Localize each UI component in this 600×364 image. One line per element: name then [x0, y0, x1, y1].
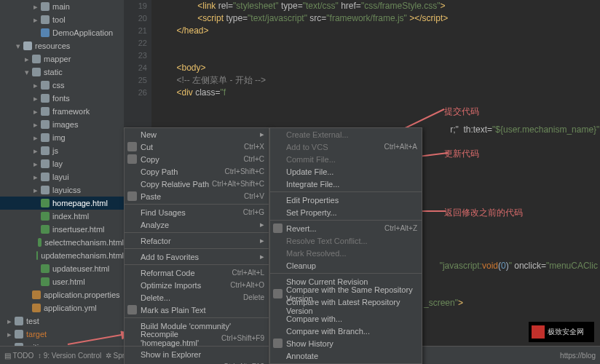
menu-item-optimize-imports[interactable]: Optimize ImportsCtrl+Alt+O	[125, 279, 269, 291]
paste-icon	[127, 191, 137, 201]
tree-item-updateuser-html[interactable]: updateuser.html	[0, 262, 124, 275]
tree-item-index-html[interactable]: index.html	[0, 210, 124, 223]
menu-item-copy-path[interactable]: Copy PathCtrl+Shift+C	[125, 165, 269, 178]
subversion-submenu[interactable]: Create External...Add to VCSCtrl+Alt+ACo…	[269, 127, 422, 364]
menu-item-copy[interactable]: CopyCtrl+C	[125, 153, 269, 165]
editor-gutter: 1920212223242526	[124, 0, 151, 127]
tree-item-mapper[interactable]: ▸mapper	[0, 52, 124, 66]
menu-item-cleanup[interactable]: Cleanup	[270, 259, 422, 272]
tree-item-application-yml[interactable]: application.yml	[0, 301, 124, 314]
menu-item-update-file-[interactable]: Update File...	[270, 165, 422, 178]
menu-item-recompile-homepage-html-[interactable]: Recompile 'homepage.html'Ctrl+Shift+F9	[125, 332, 269, 344]
tree-item-lay[interactable]: ▸lay	[0, 157, 124, 170]
menu-item-add-to-vcs: Add to VCSCtrl+Alt+A	[270, 141, 422, 153]
tree-item-css[interactable]: ▸css	[0, 79, 124, 92]
context-menu[interactable]: New▸CutCtrl+XCopyCtrl+CCopy PathCtrl+Shi…	[124, 127, 269, 364]
menu-item-cut[interactable]: CutCtrl+X	[125, 141, 269, 153]
tree-item-homepage-html[interactable]: homepage.html	[0, 197, 124, 210]
tree-item-static[interactable]: ▾static	[0, 66, 124, 79]
tree-item-resources[interactable]: ▾resources	[0, 39, 124, 52]
watermark-logo: 极致安全网	[529, 322, 594, 342]
tree-item-layui[interactable]: ▸layui	[0, 170, 124, 183]
tree-item-user-html[interactable]: user.html	[0, 275, 124, 288]
menu-item-show-in-explorer[interactable]: Show in Explorer	[125, 348, 269, 360]
text-icon	[127, 305, 137, 314]
tree-item-images[interactable]: ▸images	[0, 118, 124, 131]
menu-item-integrate-file-[interactable]: Integrate File...	[270, 178, 422, 190]
menu-item-create-external-: Create External...	[270, 128, 422, 141]
menu-item-resolve-text-conflict-: Resolve Text Conflict...	[270, 234, 422, 247]
tree-item-DemoApplication[interactable]: DemoApplication	[0, 26, 124, 39]
status-right: https://blog	[560, 352, 596, 360]
menu-item-revert-[interactable]: Revert...Ctrl+Alt+Z	[270, 222, 422, 234]
tree-item-img[interactable]: ▸img	[0, 131, 124, 144]
menu-item-compare-with-[interactable]: Compare with...	[270, 312, 422, 325]
tree-item-js[interactable]: ▸js	[0, 144, 124, 157]
menu-item-mark-as-plain-text[interactable]: Mark as Plain Text	[125, 304, 269, 316]
menu-item-reformat-code[interactable]: Reformat CodeCtrl+Alt+L	[125, 266, 269, 279]
tree-item-fonts[interactable]: ▸fonts	[0, 92, 124, 105]
tree-item-insertuser-html[interactable]: insertuser.html	[0, 223, 124, 236]
svg-line-6	[68, 333, 130, 344]
menu-item-add-to-favorites[interactable]: Add to Favorites▸	[125, 250, 269, 263]
menu-item-edit-properties[interactable]: Edit Properties	[270, 194, 422, 206]
menu-item-compare-with-latest-repository-version[interactable]: Compare with Latest Repository Version	[270, 300, 422, 312]
menu-item-new[interactable]: New▸	[125, 128, 269, 141]
menu-item-commit-file-: Commit File...	[270, 153, 422, 165]
menu-item-copy-relative-path[interactable]: Copy Relative PathCtrl+Alt+Shift+C	[125, 178, 269, 190]
tree-item-updatemechanism-html[interactable]: updatemechanism.html	[0, 249, 124, 262]
menu-item-analyze[interactable]: Analyze▸	[125, 218, 269, 231]
menu-item-refactor[interactable]: Refactor▸	[125, 234, 269, 247]
tree-item-tool[interactable]: ▸tool	[0, 13, 124, 26]
status-todo[interactable]: ▤ TODO	[4, 352, 33, 360]
history-icon	[273, 339, 283, 348]
annotation-commit: 提交代码	[444, 106, 479, 118]
tree-item-selectmechanism-html[interactable]: selectmechanism.html	[0, 236, 124, 249]
tree-item-framework[interactable]: ▸framework	[0, 105, 124, 118]
menu-item-show-history[interactable]: Show History	[270, 337, 422, 349]
copy-icon	[127, 154, 137, 164]
menu-item-paste[interactable]: PasteCtrl+V	[125, 190, 269, 202]
annotation-revert: 返回修改之前的代码	[444, 207, 523, 219]
revert-icon	[273, 223, 283, 233]
menu-item-mark-resolved-: Mark Resolved...	[270, 247, 422, 259]
menu-item-compare-with-branch-[interactable]: Compare with Branch...	[270, 325, 422, 337]
scissors-icon	[127, 142, 137, 151]
tree-item-layuicss[interactable]: ▸layuicss	[0, 183, 124, 197]
menu-item-file-path[interactable]: File PathCtrl+Alt+F12	[125, 360, 269, 364]
menu-item-find-usages[interactable]: Find UsagesCtrl+G	[125, 206, 269, 218]
compare-icon	[273, 289, 283, 298]
tree-item-main[interactable]: ▸main	[0, 0, 124, 13]
menu-item-delete-[interactable]: Delete...Delete	[125, 291, 269, 304]
menu-item-set-property-[interactable]: Set Property...	[270, 206, 422, 218]
menu-item-annotate[interactable]: Annotate	[270, 349, 422, 362]
tree-item-test[interactable]: ▸test	[0, 314, 124, 328]
project-tree[interactable]: ▸main▸toolDemoApplication▾resources▸mapp…	[0, 0, 124, 346]
status-version-control[interactable]: ↕ 9: Version Control	[38, 352, 101, 360]
tree-item-application-properties[interactable]: application.properties	[0, 288, 124, 301]
